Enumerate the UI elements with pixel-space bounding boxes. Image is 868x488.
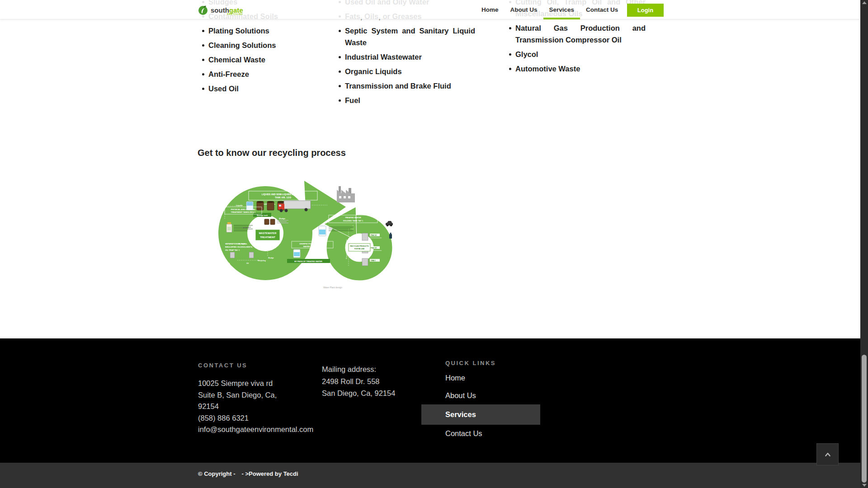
brand-south: south	[211, 6, 229, 14]
contact-heading: CONTACT US	[198, 362, 325, 369]
svg-text:TREATED WATER: TREATED WATER	[345, 216, 361, 219]
footer-link-services[interactable]: Services	[421, 404, 540, 425]
broken-label: Broken	[243, 226, 249, 229]
list-item: Fuel	[338, 94, 475, 106]
sludge-label: Sludge	[279, 217, 286, 220]
scrollbar[interactable]	[860, 0, 868, 488]
brand-tagline: RECYCLING	[227, 13, 243, 15]
section-heading: Get to know our recycling process	[198, 148, 346, 158]
bypass-label: BY PASS OF TREATED WATER	[294, 260, 322, 263]
svg-text:HOLDING TANK TAT 1: HOLDING TANK TAT 1	[343, 220, 363, 222]
chevron-up-icon	[823, 450, 833, 460]
nav-home[interactable]: Home	[476, 0, 505, 19]
footer-quicklinks: Home About Us Services Contact Us	[421, 369, 540, 442]
svg-text:LIQUIDS AND SEMI-LIQUIDS RECEP: LIQUIDS AND SEMI-LIQUIDS RECEPTION	[262, 193, 305, 196]
svg-text:CMA 1: CMA 1	[371, 260, 376, 262]
address-line: 10025 Siempre viva rd	[198, 378, 325, 389]
svg-text:FOR RE-USE: FOR RE-USE	[354, 248, 365, 250]
list-item: Transmission and Brake Fluid	[338, 80, 475, 92]
quicklinks-heading: QUICK LINKS	[445, 360, 496, 366]
footer-contact: CONTACT US 10025 Siempre viva rd Suite B…	[198, 362, 325, 436]
bypass-barrel-icon	[293, 249, 300, 258]
list-item: Plating Solutions	[202, 25, 306, 37]
list-item: Industrial Wastewater	[338, 51, 475, 63]
footer-link-label[interactable]: Services	[445, 410, 476, 418]
footer-link-home[interactable]: Home	[421, 369, 540, 387]
footer-link-label[interactable]: Contact Us	[445, 429, 482, 437]
liquids2-label: Liquids	[224, 263, 230, 264]
scrollbar-down-arrow-icon[interactable]	[862, 484, 867, 487]
nav-about-us[interactable]: About Us	[505, 0, 543, 19]
logo-icon	[198, 5, 208, 15]
footer-link-about-us[interactable]: About Us	[421, 387, 540, 404]
svg-text:RECYCLED PRODUCTS: RECYCLED PRODUCTS	[350, 245, 369, 247]
site-header: southgateRECYCLING Home About Us Service…	[0, 0, 860, 19]
svg-text:FSA 1/2: FSA 1/2	[371, 235, 377, 236]
address-line: Suite B, San Diego, Ca,	[198, 389, 325, 401]
recycling-label: Recycling	[258, 260, 266, 262]
svg-text:TREATMENT TANKS RFQ 1: TREATMENT TANKS RFQ 1	[231, 211, 256, 213]
footer-link-label[interactable]: About Us	[445, 391, 476, 399]
address-line: 92154	[198, 401, 325, 413]
site-footer: CONTACT US 10025 Siempre viva rd Suite B…	[0, 338, 860, 463]
brand-text: southgateRECYCLING	[211, 6, 243, 14]
mailing-line: 2498 Roll Dr. 558	[322, 375, 430, 388]
list-item: Glycol	[509, 48, 646, 60]
factory-icon	[337, 186, 355, 202]
copyright-bar: © Copyright -- >Powered by Tecdi	[0, 463, 860, 488]
list-item: Chemical Waste	[202, 54, 306, 66]
svg-text:DISINFECTION OF TREATED: DISINFECTION OF TREATED	[299, 243, 325, 245]
tecdi-link[interactable]: Tecdi	[283, 470, 298, 477]
liquids-label: Liquids	[236, 204, 243, 206]
svg-text:WASTEWATER: WASTEWATER	[259, 232, 276, 235]
list-item: Septic System and Sanitary Liquid Waste	[338, 25, 475, 48]
powered-by-text: - >Powered by	[242, 470, 282, 477]
nav-services[interactable]: Services	[543, 0, 580, 19]
login-button[interactable]: Login	[627, 4, 664, 17]
footer-link-label[interactable]: Home	[445, 374, 465, 382]
list-item: Cleaning Solutions	[202, 39, 306, 51]
recycled-products-label: RECYCLED PRODUCTS FOR RE-USE	[349, 244, 370, 251]
list-item: Used Oil	[202, 83, 306, 94]
list-item: Automotive Waste	[509, 63, 646, 75]
svg-text:WATER TANK TCC 1: WATER TANK TCC 1	[303, 245, 322, 248]
mailing-line: San Diego, Ca, 92154	[322, 387, 430, 399]
list-item: Natural Gas Production and Transmission …	[509, 22, 646, 46]
svg-text:PHYSICAL AND CHEMICAL: PHYSICAL AND CHEMICAL	[231, 208, 256, 211]
scrollbar-up-arrow-icon[interactable]	[862, 1, 867, 4]
svg-text:EMULSIFIED OILS/SOLVENTS,: EMULSIFIED OILS/SOLVENTS,	[225, 246, 253, 248]
svg-text:TANK ARL 1/2/3: TANK ARL 1/2/3	[275, 197, 291, 199]
footer-mailing: Mailing address: 2498 Roll Dr. 558 San D…	[322, 363, 430, 399]
svg-text:FSA 1/2: FSA 1/2	[371, 247, 377, 249]
mailing-label: Mailing address:	[322, 363, 430, 375]
footer-link-contact-us[interactable]: Contact Us	[421, 425, 540, 442]
bottle-icon	[389, 233, 392, 239]
wastewater-treatment-label: WASTEWATER TREATMENT	[255, 230, 280, 240]
nav-contact-us[interactable]: Contact Us	[580, 0, 624, 19]
recycling-process-diagram: LIQUIDS AND SEMI-LIQUIDS RECEPTION TANK …	[210, 180, 405, 293]
oil-label: Oil	[246, 263, 249, 264]
scrollbar-thumb[interactable]	[862, 355, 867, 483]
sludge2-label: Sludge	[268, 257, 274, 259]
svg-text:TREATMENT: TREATMENT	[260, 236, 275, 239]
copyright-text: © Copyright -- >Powered by Tecdi	[198, 470, 298, 477]
svg-text:SEPARATION OF NON: SEPARATION OF NON	[225, 243, 245, 245]
svg-text:OIL TRAP TAC 1: OIL TRAP TAC 1	[225, 249, 240, 251]
rotated-process-label: Process of recycled water	[346, 239, 348, 259]
logo[interactable]: southgateRECYCLING	[198, 3, 243, 17]
diagram-caption: Water Plant design	[323, 286, 342, 289]
list-item: Organic Liquids	[338, 66, 475, 77]
scroll-to-top-button[interactable]	[816, 443, 839, 465]
copyright-prefix: © Copyright -	[198, 470, 236, 477]
main-nav: Home About Us Services Contact Us	[476, 0, 624, 19]
phone-number: (858) 886 6321	[198, 413, 325, 424]
list-item: Anti-Freeze	[202, 68, 306, 80]
car-icon	[386, 221, 393, 226]
email-link[interactable]: info@southgateenvironmental.com	[198, 425, 313, 433]
